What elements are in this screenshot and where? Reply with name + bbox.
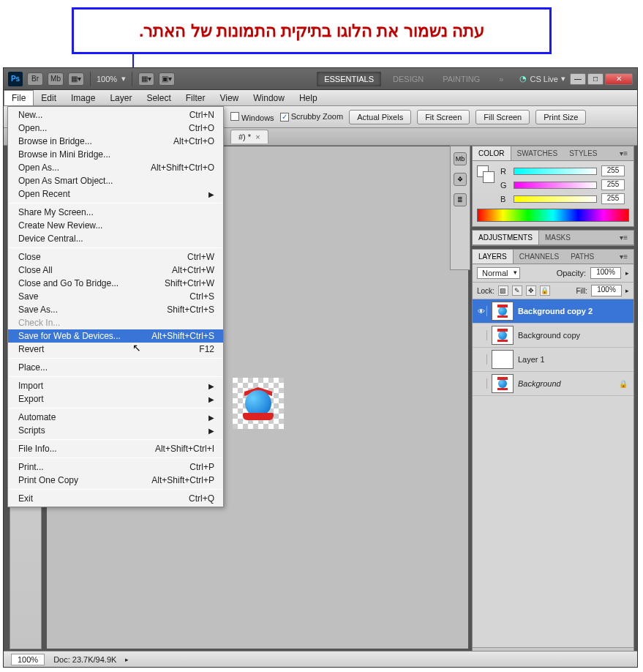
- r-value[interactable]: 255: [601, 165, 625, 176]
- layer-row[interactable]: Background copy: [473, 324, 633, 348]
- lock-pixels-icon[interactable]: ✎: [512, 285, 522, 296]
- menu-item-exit[interactable]: ExitCtrl+Q: [8, 492, 223, 505]
- menu-item-close[interactable]: CloseCtrl+W: [8, 250, 223, 264]
- close-tab-icon[interactable]: ×: [255, 132, 260, 141]
- menu-item-open-as-smart-object[interactable]: Open As Smart Object...: [8, 174, 223, 187]
- menu-item-save-as[interactable]: Save As...Shift+Ctrl+S: [8, 303, 223, 316]
- minibridge-dock-icon[interactable]: Mb: [454, 152, 467, 165]
- minimize-button[interactable]: —: [570, 73, 586, 85]
- g-slider[interactable]: [514, 182, 597, 189]
- menu-item-browse-in-mini-bridge[interactable]: Browse in Mini Bridge...: [8, 148, 223, 161]
- menu-item-place[interactable]: Place...: [8, 361, 223, 374]
- arrange-button[interactable]: ▦▾: [138, 72, 154, 86]
- visibility-eye-icon[interactable]: [476, 378, 486, 389]
- scrubby-zoom-option[interactable]: ✓Scrubby Zoom: [280, 112, 344, 122]
- screen-mode-button[interactable]: ▣▾: [159, 72, 175, 86]
- menu-window[interactable]: Window: [246, 90, 292, 105]
- layer-row[interactable]: Background🔒: [473, 372, 633, 396]
- menu-item-create-new-review[interactable]: Create New Review...: [8, 219, 223, 232]
- tab-swatches[interactable]: SWATCHES: [511, 146, 564, 160]
- panel-menu-icon[interactable]: ▾≡: [614, 146, 633, 160]
- tab-paths[interactable]: PATHS: [565, 250, 600, 264]
- opacity-input[interactable]: 100%: [590, 267, 621, 279]
- menu-item-print-one-copy[interactable]: Print One CopyAlt+Shift+Ctrl+P: [8, 474, 223, 487]
- workspace-design[interactable]: DESIGN: [386, 72, 431, 86]
- tab-channels[interactable]: CHANNELS: [514, 250, 565, 264]
- b-value[interactable]: 255: [601, 193, 625, 204]
- maximize-button[interactable]: □: [587, 73, 603, 85]
- chevron-down-icon[interactable]: ▾: [121, 74, 126, 83]
- menu-item-scripts[interactable]: Scripts▶: [8, 424, 223, 437]
- workspace-painting[interactable]: PAINTING: [435, 72, 487, 86]
- blend-mode-select[interactable]: Normal: [477, 267, 520, 279]
- chevron-right-icon[interactable]: ▸: [625, 287, 629, 294]
- panel-menu-icon[interactable]: ▾≡: [614, 231, 633, 244]
- checkbox-icon[interactable]: [230, 112, 239, 121]
- menu-item-close-all[interactable]: Close AllAlt+Ctrl+W: [8, 264, 223, 277]
- layer-row[interactable]: 👁Background copy 2: [473, 299, 633, 324]
- tab-layers[interactable]: LAYERS: [473, 250, 514, 264]
- menu-item-export[interactable]: Export▶: [8, 392, 223, 406]
- visibility-eye-icon[interactable]: [476, 354, 486, 365]
- layer-thumbnail[interactable]: [492, 350, 514, 369]
- resize-windows-option[interactable]: Windows: [230, 112, 274, 122]
- menu-select[interactable]: Select: [139, 90, 178, 105]
- menu-item-print[interactable]: Print...Ctrl+P: [8, 460, 223, 474]
- menu-help[interactable]: Help: [292, 90, 325, 105]
- visibility-eye-icon[interactable]: 👁: [476, 306, 486, 316]
- status-doc-size[interactable]: Doc: 23.7K/94.9K: [53, 655, 116, 664]
- visibility-eye-icon[interactable]: [476, 330, 486, 340]
- layer-thumbnail[interactable]: [492, 374, 514, 393]
- lock-position-icon[interactable]: ✥: [526, 285, 536, 296]
- menu-item-save-for-web-devices[interactable]: Save for Web & Devices...Alt+Shift+Ctrl+…: [8, 329, 223, 343]
- menu-item-device-central[interactable]: Device Central...: [8, 232, 223, 245]
- bridge-button[interactable]: Br: [27, 72, 43, 86]
- menu-item-save[interactable]: SaveCtrl+S: [8, 290, 223, 303]
- menu-item-close-and-go-to-bridge[interactable]: Close and Go To Bridge...Shift+Ctrl+W: [8, 277, 223, 290]
- history-dock-icon[interactable]: ❖: [454, 173, 467, 186]
- workspace-more[interactable]: »: [492, 72, 511, 86]
- background-swatch[interactable]: [483, 171, 495, 183]
- layer-thumbnail[interactable]: [492, 326, 514, 345]
- color-spectrum[interactable]: [477, 209, 629, 222]
- tab-styles[interactable]: STYLES: [563, 146, 603, 160]
- tab-color[interactable]: COLOR: [473, 146, 511, 160]
- workspace-essentials[interactable]: ESSENTIALS: [317, 72, 381, 86]
- menu-file[interactable]: File: [4, 90, 34, 105]
- menu-view[interactable]: View: [212, 90, 246, 105]
- cslive-button[interactable]: ◔ CS Live ▾: [519, 74, 565, 83]
- menu-item-open-as[interactable]: Open As...Alt+Shift+Ctrl+O: [8, 161, 223, 174]
- lock-transparency-icon[interactable]: ▨: [498, 285, 508, 296]
- menu-item-browse-in-bridge[interactable]: Browse in Bridge...Alt+Ctrl+O: [8, 135, 223, 148]
- menu-filter[interactable]: Filter: [178, 90, 213, 105]
- menu-item-open-recent[interactable]: Open Recent▶: [8, 187, 223, 201]
- checkbox-icon[interactable]: ✓: [280, 113, 289, 122]
- menu-item-automate[interactable]: Automate▶: [8, 411, 223, 424]
- fill-screen-button[interactable]: Fill Screen: [475, 110, 530, 124]
- lock-all-icon[interactable]: 🔒: [540, 285, 550, 296]
- tab-adjustments[interactable]: ADJUSTMENTS: [473, 231, 539, 244]
- g-value[interactable]: 255: [601, 179, 625, 190]
- menu-item-open[interactable]: Open...Ctrl+O: [8, 122, 223, 135]
- document-tab[interactable]: #) * ×: [230, 130, 268, 143]
- view-extras-button[interactable]: ▦▾: [68, 72, 84, 86]
- fit-screen-button[interactable]: Fit Screen: [417, 110, 470, 124]
- minibridge-button[interactable]: Mb: [48, 72, 64, 86]
- actual-pixels-button[interactable]: Actual Pixels: [349, 110, 411, 124]
- chevron-right-icon[interactable]: ▸: [125, 656, 129, 663]
- menu-item-new[interactable]: New...Ctrl+N: [8, 108, 223, 122]
- b-slider[interactable]: [514, 195, 597, 203]
- menu-item-file-info[interactable]: File Info...Alt+Shift+Ctrl+I: [8, 442, 223, 455]
- fill-input[interactable]: 100%: [591, 285, 622, 296]
- status-zoom[interactable]: 100%: [11, 654, 45, 665]
- tab-masks[interactable]: MASKS: [539, 231, 576, 244]
- chevron-right-icon[interactable]: ▸: [625, 269, 629, 277]
- r-slider[interactable]: [514, 168, 597, 175]
- panel-menu-icon[interactable]: ▾≡: [614, 250, 633, 264]
- menu-item-share-my-screen[interactable]: Share My Screen...: [8, 206, 223, 219]
- zoom-level[interactable]: 100%: [97, 75, 117, 83]
- menu-item-revert[interactable]: RevertF12: [8, 343, 223, 356]
- menu-item-import[interactable]: Import▶: [8, 379, 223, 392]
- menu-edit[interactable]: Edit: [34, 90, 64, 105]
- dock-icon[interactable]: ≣: [454, 193, 467, 206]
